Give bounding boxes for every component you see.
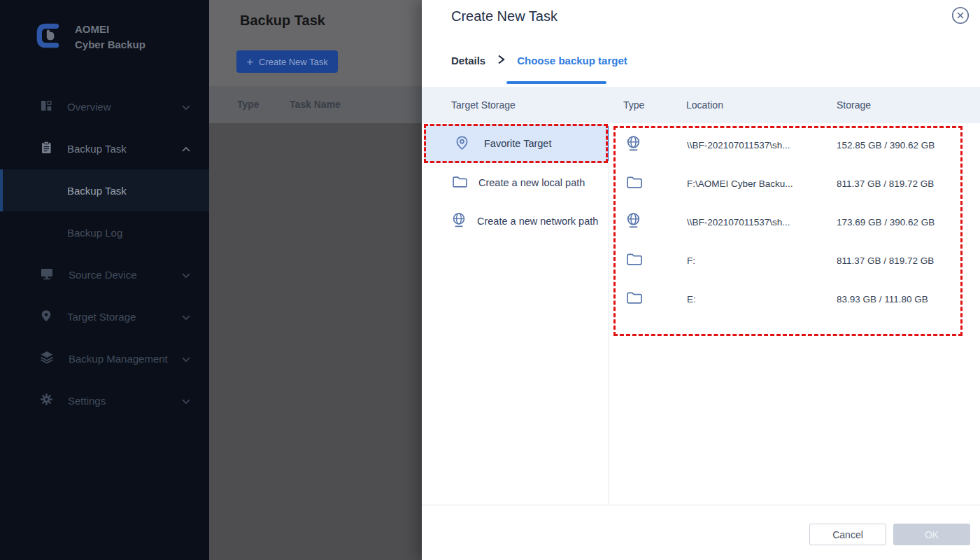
- column-header-storage: Storage: [837, 87, 871, 123]
- sidebar-item-label: Backup Task: [67, 143, 127, 155]
- panel-divider: [609, 123, 609, 505]
- sidebar-item-label: Overview: [67, 101, 111, 113]
- brand-icon: [35, 21, 64, 53]
- globe-icon: [451, 212, 467, 230]
- create-new-task-button[interactable]: + Create New Task: [236, 50, 338, 73]
- footer-divider: [422, 505, 980, 505]
- chevron-down-icon: [182, 269, 190, 281]
- column-header-type: Type: [623, 87, 644, 123]
- sidebar-item-source-device[interactable]: Source Device: [0, 253, 209, 295]
- panel-header-band: Target Storage Type Location Storage: [422, 87, 980, 123]
- layers-icon: [40, 351, 54, 366]
- create-new-task-dialog: Create New Task Details Choose backup ta…: [422, 0, 980, 560]
- wizard-steps: Details Choose backup target: [451, 55, 627, 66]
- left-panel-header: Target Storage: [451, 87, 516, 123]
- close-icon: [951, 17, 970, 27]
- sidebar-item-backup-task[interactable]: Backup Task: [0, 127, 209, 169]
- sidebar-nav: Overview Backup Task: [0, 85, 209, 421]
- create-local-path-label: Create a new local path: [478, 177, 585, 188]
- page-title: Backup Task: [240, 13, 325, 29]
- favorite-target-item[interactable]: Favorite Target: [424, 126, 606, 161]
- chevron-down-icon: [182, 101, 190, 113]
- sidebar-item-backup-management[interactable]: Backup Management: [0, 337, 209, 379]
- active-step-underline: [506, 81, 606, 84]
- step-details[interactable]: Details: [451, 55, 485, 66]
- column-header-type: Type: [237, 86, 260, 123]
- task-icon: [40, 141, 52, 157]
- column-header-task-name: Task Name: [290, 86, 341, 123]
- chevron-down-icon: [182, 311, 190, 323]
- sidebar-item-overview[interactable]: Overview: [0, 85, 209, 127]
- sidebar-item-settings[interactable]: Settings: [0, 379, 209, 421]
- annotation-box-storage-list: [613, 126, 963, 336]
- app-logo: AOMEI Cyber Backup: [0, 0, 209, 53]
- chevron-down-icon: [182, 353, 190, 365]
- sidebar-subitem-label: Backup Log: [67, 227, 122, 239]
- create-local-path-item[interactable]: Create a new local path: [422, 164, 609, 202]
- sidebar-item-label: Target Storage: [67, 311, 136, 323]
- app-window: AOMEI Cyber Backup Overview: [0, 0, 980, 560]
- create-new-task-label: Create New Task: [259, 57, 328, 67]
- favorite-target-label: Favorite Target: [484, 138, 551, 149]
- sidebar-subitem-backup-log[interactable]: Backup Log: [0, 211, 209, 253]
- brand-name: AOMEI Cyber Backup: [75, 22, 145, 52]
- chevron-up-icon: [182, 143, 190, 155]
- sidebar-subitem-backup-task[interactable]: Backup Task: [0, 169, 209, 211]
- create-network-path-label: Create a new network path: [477, 216, 598, 227]
- pin-icon: [455, 135, 469, 153]
- monitor-icon: [40, 267, 54, 282]
- step-choose-backup-target[interactable]: Choose backup target: [517, 55, 627, 66]
- sidebar-item-target-storage[interactable]: Target Storage: [0, 295, 209, 337]
- dialog-title: Create New Task: [451, 8, 558, 24]
- cancel-button[interactable]: Cancel: [809, 524, 886, 545]
- sidebar-item-label: Settings: [68, 395, 106, 407]
- folder-icon: [451, 174, 468, 191]
- pin-icon: [40, 309, 52, 325]
- chevron-right-icon: [497, 55, 505, 66]
- sidebar: AOMEI Cyber Backup Overview: [0, 0, 209, 560]
- create-network-path-item[interactable]: Create a new network path: [422, 202, 609, 240]
- chevron-down-icon: [182, 395, 190, 407]
- ok-button[interactable]: OK: [893, 524, 970, 545]
- sidebar-item-label: Source Device: [69, 269, 137, 281]
- sidebar-subitem-label: Backup Task: [67, 185, 127, 197]
- plus-icon: +: [246, 56, 253, 68]
- column-header-location: Location: [686, 87, 723, 123]
- close-button[interactable]: [950, 6, 971, 27]
- sidebar-item-label: Backup Management: [69, 353, 168, 365]
- gear-icon: [40, 393, 53, 408]
- dashboard-icon: [40, 99, 52, 114]
